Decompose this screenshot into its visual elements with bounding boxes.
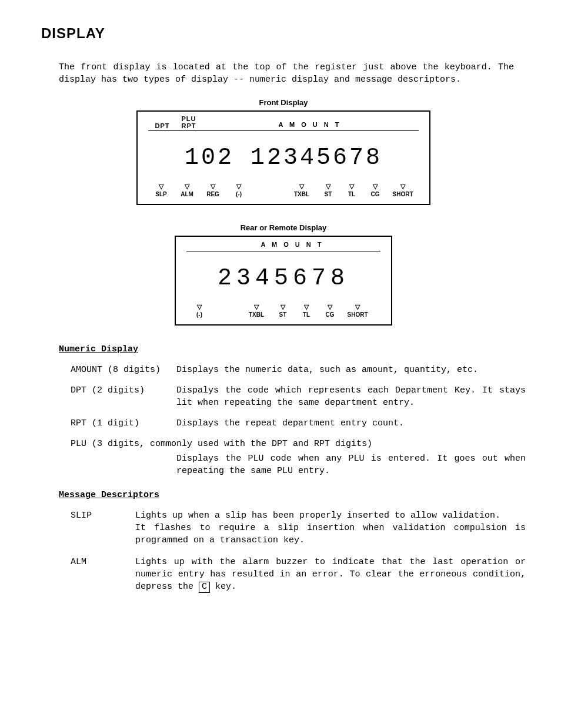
message-heading: Message Descriptors — [59, 489, 526, 501]
c-keycap: C — [199, 582, 210, 593]
indicator-label: CG — [371, 191, 380, 199]
indicator-label: TXBL — [249, 311, 264, 319]
triangle-down-icon: ▽ — [211, 183, 215, 191]
num-term: AMOUNT (8 digits) — [71, 364, 176, 376]
page-title: DISPLAY — [41, 24, 526, 43]
num-desc: Displays the repeat department entry cou… — [176, 417, 526, 430]
indicator — [252, 183, 287, 198]
indicator: ▽(-) — [226, 183, 252, 198]
indicator: ▽(-) — [186, 303, 212, 318]
num-term-empty — [71, 452, 176, 477]
triangle-down-icon: ▽ — [328, 303, 332, 311]
indicator-label: TL — [348, 191, 355, 199]
indicator — [212, 303, 242, 318]
triangle-down-icon: ▽ — [299, 183, 304, 191]
indicator: ▽CG — [318, 303, 342, 318]
triangle-down-icon: ▽ — [400, 183, 405, 191]
msg-term: SLIP — [71, 509, 135, 546]
triangle-down-icon: ▽ — [355, 303, 360, 311]
msg-desc: Lights up when a slip has been properly … — [135, 509, 526, 546]
indicator: ▽ST — [271, 303, 295, 318]
message-table: SLIP Lights up when a slip has been prop… — [71, 509, 526, 593]
msg-row: ALM Lights up with the alarm buzzer to i… — [71, 556, 526, 593]
plu-term: PLU (3 digits, commonly used with the DP… — [71, 438, 526, 450]
front-indicator-row: ▽SLP▽ALM▽REG▽(-)▽TXBL▽ST▽TL▽CG▽SHORT — [148, 183, 419, 198]
triangle-down-icon: ▽ — [185, 183, 189, 191]
indicator-label: CG — [326, 311, 335, 319]
alm-post: key. — [210, 582, 236, 592]
indicator: ▽ST — [316, 183, 340, 198]
hdr-plu: PLU — [182, 115, 196, 122]
plu-desc: Displays the PLU code when any PLU is en… — [176, 452, 526, 477]
indicator-label: (-) — [196, 311, 202, 319]
msg-desc: Lights up with the alarm buzzer to indic… — [135, 556, 526, 593]
indicator-label: (-) — [236, 191, 242, 199]
rear-indicator-row: ▽(-)▽TXBL▽ST▽TL▽CG▽SHORT — [186, 303, 380, 318]
numeric-heading: Numeric Display — [59, 343, 526, 355]
indicator-label: ST — [325, 191, 332, 199]
msg-row: SLIP Lights up when a slip has been prop… — [71, 509, 526, 546]
front-header-row: DPT PLU RPT A M O U N T — [148, 115, 419, 131]
indicator-label: SHORT — [393, 191, 413, 199]
front-digits: 102 12345678 — [148, 142, 419, 175]
num-row: Displays the PLU code when any PLU is en… — [71, 452, 526, 477]
num-row: AMOUNT (8 digits) Displays the numeric d… — [71, 364, 526, 376]
triangle-down-icon: ▽ — [304, 303, 309, 311]
indicator-label: ST — [279, 311, 287, 319]
triangle-down-icon: ▽ — [197, 303, 202, 311]
num-term: RPT (1 digit) — [71, 417, 176, 430]
triangle-down-icon: ▽ — [254, 303, 259, 311]
rear-caption: Rear or Remote Display — [41, 223, 526, 233]
hdr-amount: A M O U N T — [201, 120, 419, 129]
rear-digits: 2345678 — [186, 262, 380, 295]
indicator-label: TL — [303, 311, 310, 319]
hdr-rpt: RPT — [182, 122, 196, 129]
num-term: DPT (2 digits) — [71, 384, 176, 409]
indicator-label: SLP — [155, 191, 166, 199]
indicator: ▽SLP — [148, 183, 174, 198]
indicator: ▽TXBL — [242, 303, 271, 318]
triangle-down-icon: ▽ — [280, 303, 285, 311]
hdr-amount-rear: A M O U N T — [186, 240, 380, 249]
indicator: ▽REG — [200, 183, 226, 198]
alm-pre: Lights up with the alarm buzzer to indic… — [135, 557, 526, 592]
front-caption: Front Display — [41, 98, 526, 108]
front-display-box: DPT PLU RPT A M O U N T 102 12345678 ▽SL… — [136, 110, 430, 205]
numeric-table: AMOUNT (8 digits) Displays the numeric d… — [71, 364, 526, 477]
msg-term: ALM — [71, 556, 135, 593]
triangle-down-icon: ▽ — [373, 183, 378, 191]
triangle-down-icon: ▽ — [159, 183, 163, 191]
indicator-label: TXBL — [294, 191, 309, 199]
triangle-down-icon: ▽ — [236, 183, 241, 191]
hdr-dpt: DPT — [155, 122, 170, 129]
indicator: ▽SHORT — [387, 183, 419, 198]
rear-header-row: A M O U N T — [186, 240, 380, 251]
indicator-label: ALM — [181, 191, 193, 199]
triangle-down-icon: ▽ — [349, 183, 354, 191]
indicator: ▽ALM — [174, 183, 200, 198]
intro-paragraph: The front display is located at the top … — [59, 61, 514, 86]
indicator: ▽SHORT — [342, 303, 373, 318]
triangle-down-icon: ▽ — [326, 183, 330, 191]
num-row: DPT (2 digits) Dispalys the code which r… — [71, 384, 526, 409]
indicator-label: SHORT — [348, 311, 368, 319]
indicator: ▽TL — [295, 303, 318, 318]
num-row: RPT (1 digit) Displays the repeat depart… — [71, 417, 526, 430]
indicator: ▽TL — [340, 183, 363, 198]
indicator: ▽CG — [363, 183, 387, 198]
indicator-label: REG — [206, 191, 219, 199]
rear-display-box: A M O U N T 2345678 ▽(-)▽TXBL▽ST▽TL▽CG▽S… — [175, 236, 392, 326]
indicator: ▽TXBL — [287, 183, 316, 198]
num-desc: Displays the numeric data, such as amoun… — [176, 364, 526, 376]
num-desc: Dispalys the code which represents each … — [176, 384, 526, 409]
